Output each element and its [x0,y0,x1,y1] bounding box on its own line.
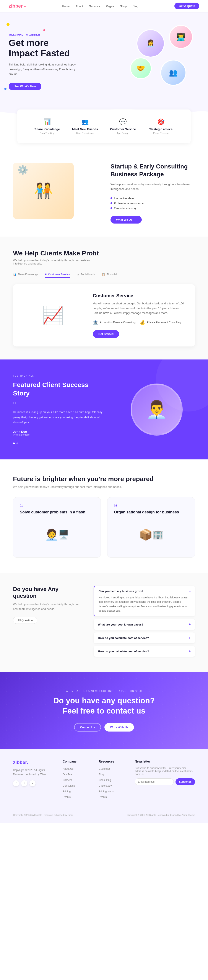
consulting-title: Startup & Early Consulting Business Pack… [111,162,195,178]
placement-icon: 💰 [140,320,145,325]
hero-section: Welcome To Zibber Get more Impact Fasted… [0,12,208,116]
testimonial-image-block: 👨‍💼 [118,383,195,436]
acquisition-icon: 🏦 [93,320,98,325]
profit-cta-button[interactable]: Get Started [93,330,119,338]
footer-link-pricing[interactable]: Pricing [63,790,71,793]
footer-res-consulting[interactable]: Consulting [99,779,111,782]
profit-illustration: 📈 [22,294,84,337]
hero-cta-button[interactable]: See What's New [9,83,41,90]
faq-question-2[interactable]: How do you calculate cost of service? + [98,636,191,640]
navbar: zibber ● Home About Services Pages Shop … [0,0,208,12]
faq-left-block: Do you have Any question We help you wea… [13,586,81,660]
person-name: John Doe [13,430,105,433]
future-card-1: 02 Organizational design for business 📦 … [107,497,195,557]
all-questions-button[interactable]: All Question [13,617,37,624]
profit-desc: We help you weather today's uncertainty … [13,259,100,265]
consulting-cta-button[interactable]: What We Do → [111,216,142,224]
social-twitter[interactable]: t [21,780,27,786]
future-card-0: 01 Solve customer problems in a flash 🧑‍… [13,497,101,557]
footer-top: zibber. Copyright © 2023 All Rights Rese… [13,760,195,800]
profit-tab-0[interactable]: 📊 Share Knowledge [13,272,38,278]
subscribe-button[interactable]: Subscribe [176,778,195,785]
hero-image-2: 👨‍💻 [169,25,193,49]
nav-links: Home About Services Pages Shop Blog [62,4,138,8]
deco-pink-dot [43,29,45,31]
footer-company-col: Company About Us Our Team Careers Consul… [63,760,90,800]
cta-title: Do you have any question? Feel free to c… [13,696,195,716]
nav-about[interactable]: About [76,5,83,8]
nav-home[interactable]: Home [62,5,70,8]
faq-item-3: How do you calculate cost of service? + [94,646,195,657]
footer-copyright: Copyright © 2023 All Rights Reserved pub… [13,814,73,816]
social-facebook[interactable]: f [13,780,19,786]
faq-question-0[interactable]: Can you help my business grow? − [98,589,191,593]
profit-tab-1[interactable]: ✖ Customer Service [44,272,70,278]
footer: zibber. Copyright © 2023 All Rights Rese… [0,749,208,823]
profit-tag-0: 🏦 Acquisition Finance Consulting [93,320,135,325]
nav-shop[interactable]: Shop [120,5,127,8]
faq-right-block: Can you help my business grow? − He nick… [94,586,195,660]
testimonial-avatar: 👨‍💼 [131,383,183,436]
faq-item-2: How do you calculate cost of service? + [94,632,195,643]
check-dot-0 [111,197,112,199]
check-dot-2 [111,207,112,209]
feature-title-2: Customer Service [106,127,140,131]
newsletter-email-input[interactable] [135,778,174,785]
contact-us-button[interactable]: Contact Us [74,723,101,732]
footer-link-consulting[interactable]: Consulting [63,784,75,787]
dot-1[interactable] [13,442,15,444]
card-num-0: 01 [20,504,94,507]
work-with-us-button[interactable]: Work With Us [105,723,134,732]
financial-icon: 📋 [102,273,105,276]
future-desc: We help you weather today's uncertainty … [13,485,195,488]
faq-minus-icon: − [189,589,191,593]
share-knowledge-icon: 📊 [13,273,16,276]
footer-socials: f t in [13,780,54,786]
hero-title: Get more Impact Fasted [9,38,78,59]
nav-logo[interactable]: zibber ● [9,3,26,9]
social-linkedin[interactable]: in [29,780,35,786]
profit-tab-3[interactable]: 📋 Financial [102,272,117,278]
nav-services[interactable]: Services [89,5,100,8]
faq-question-3[interactable]: How do you calculate cost of service? + [98,649,191,653]
social-media-icon: ☁ [77,273,79,276]
footer-res-events[interactable]: Events [99,795,107,799]
profit-tabs: 📊 Share Knowledge ✖ Customer Service ☁ S… [13,272,195,278]
profit-header: We Help Clients Make Profit We help you … [13,250,195,265]
footer-link-about[interactable]: About Us [63,767,73,770]
card-title-1: Organizational design for business [114,510,188,515]
get-quote-button[interactable]: Get A Quote [175,3,199,10]
hero-text-block: Welcome To Zibber Get more Impact Fasted… [9,33,78,90]
footer-link-careers[interactable]: Careers [63,779,72,782]
footer-credit: Copyright © 2023 All Rights Reserved pub… [127,814,195,816]
card-illus-0: 🧑‍💼 🖥️ [20,519,94,551]
profit-tab-2[interactable]: ☁ Social Media [77,272,95,278]
profit-service-title: Customer Service [93,293,186,299]
feature-sub-3: Press Release [144,132,178,134]
footer-res-blog[interactable]: Blog [99,773,104,776]
faq-title: Do you have Any question [13,586,81,599]
footer-newsletter-col: Newsletter Subscribe to our newsletter. … [135,760,195,800]
cta-buttons: Contact Us Work With Us [13,723,195,732]
hero-title-line2: Impact Fasted [9,48,70,58]
dot-2[interactable] [16,442,18,444]
hero-image-3: 👥 [160,60,186,86]
footer-res-case[interactable]: Case study [99,784,112,787]
footer-res-customer[interactable]: Customer [99,767,110,770]
footer-resources-col: Resources Customer Blog Consulting Case … [99,760,126,800]
profit-section: We Help Clients Make Profit We help you … [0,237,208,360]
footer-link-team[interactable]: Our Team [63,773,74,776]
profit-text-block: Customer Service You will never run shor… [93,293,186,338]
feature-title-0: Share Knowledge [30,127,64,131]
card-title-0: Solve customer problems in a flash [20,510,94,515]
testimonial-section: Testimonials Featured Client Success Sto… [0,360,208,460]
consulting-section: ⚙️ 🧑‍🤝‍🧑 Startup & Early Consulting Busi… [0,150,208,237]
nav-blog[interactable]: Blog [133,5,138,8]
nav-pages[interactable]: Pages [106,5,114,8]
faq-question-1[interactable]: What are your best known cases? + [98,622,191,626]
footer-link-events[interactable]: Events [63,795,71,799]
footer-res-pricing[interactable]: Pricing study [99,790,114,793]
faq-plus-icon-3: + [189,649,191,653]
footer-logo: zibber. [13,760,54,765]
future-title: Future is brighter when you're more prep… [13,475,195,483]
